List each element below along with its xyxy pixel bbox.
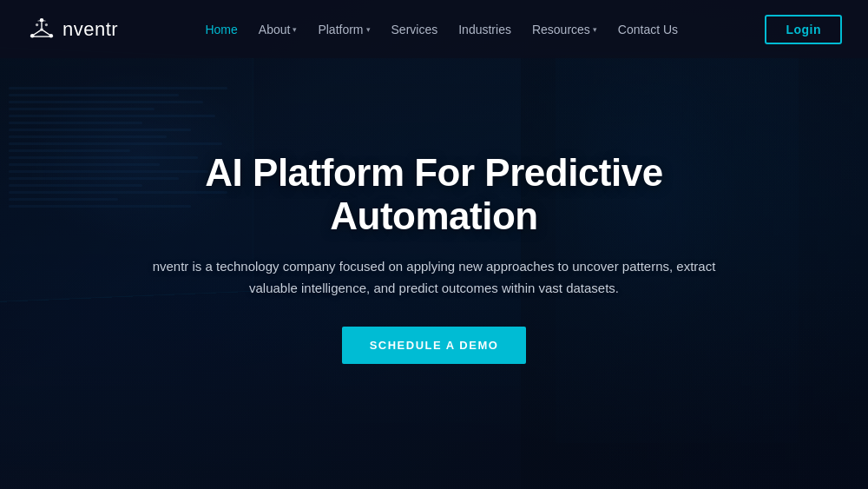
- nav-item-services[interactable]: Services: [383, 17, 447, 42]
- svg-line-6: [43, 30, 49, 34]
- svg-point-0: [40, 17, 44, 22]
- nav-item-about[interactable]: About ▾: [250, 17, 306, 42]
- navbar: nventr Home About ▾ Platform ▾ Services: [0, 0, 868, 58]
- logo-area[interactable]: nventr: [26, 14, 118, 45]
- hero-title: AI Platform For Predictive Automation: [148, 151, 720, 239]
- hero-subtitle: nventr is a technology company focused o…: [148, 256, 720, 300]
- svg-point-8: [36, 23, 38, 25]
- nav-item-home[interactable]: Home: [196, 17, 246, 42]
- nav-item-industries[interactable]: Industries: [450, 17, 520, 42]
- nav-link-resources[interactable]: Resources ▾: [523, 17, 606, 42]
- chevron-down-icon: ▾: [293, 25, 297, 34]
- chevron-down-icon: ▾: [366, 25, 371, 34]
- schedule-demo-button[interactable]: SCHEDULE A DEMO: [342, 327, 527, 364]
- logo-icon: [26, 14, 57, 45]
- nav-item-resources[interactable]: Resources ▾: [523, 17, 606, 42]
- nav-link-about[interactable]: About ▾: [250, 17, 306, 42]
- nav-link-home[interactable]: Home: [196, 17, 246, 42]
- nav-links: Home About ▾ Platform ▾ Services Industr…: [196, 17, 687, 42]
- hero-content: AI Platform For Predictive Automation nv…: [130, 151, 738, 365]
- nav-item-contact[interactable]: Contact Us: [609, 17, 687, 42]
- svg-point-9: [45, 23, 48, 25]
- nav-link-services[interactable]: Services: [383, 17, 447, 42]
- login-button[interactable]: Login: [765, 15, 842, 44]
- chevron-down-icon: ▾: [593, 25, 597, 34]
- svg-line-5: [34, 30, 41, 34]
- hero-section: nventr Home About ▾ Platform ▾ Services: [0, 0, 868, 489]
- nav-link-contact[interactable]: Contact Us: [609, 17, 687, 42]
- logo-text: nventr: [62, 18, 118, 41]
- nav-link-platform[interactable]: Platform ▾: [309, 17, 378, 42]
- nav-link-industries[interactable]: Industries: [450, 17, 520, 42]
- nav-item-platform[interactable]: Platform ▾: [309, 17, 378, 42]
